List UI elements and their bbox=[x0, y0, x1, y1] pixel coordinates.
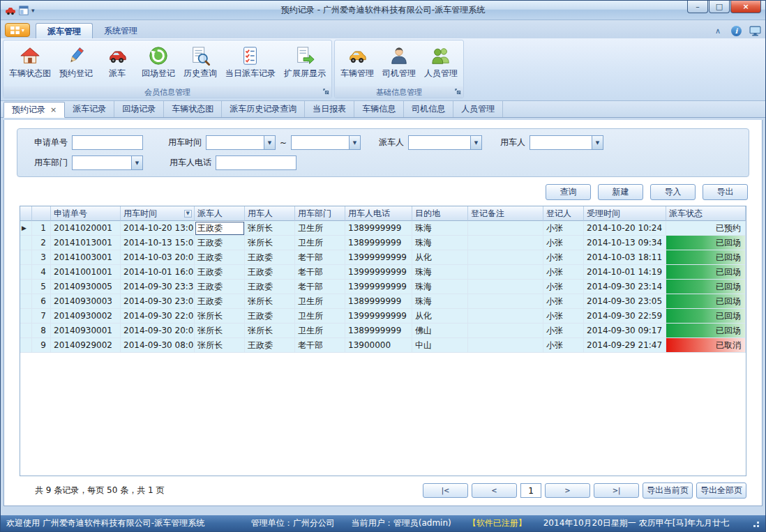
minimize-button[interactable]: – bbox=[687, 1, 708, 13]
resize-grip[interactable] bbox=[751, 519, 760, 528]
cell-accept-time[interactable]: 2014-10-01 14:19 bbox=[584, 265, 666, 280]
history-query-button[interactable]: 历史查询 bbox=[179, 41, 221, 86]
doc-tab[interactable]: 车辆信息 bbox=[354, 101, 404, 117]
reservation-register-button[interactable]: 预约登记 bbox=[55, 41, 97, 86]
cell-dispatch-status[interactable]: 已回场 bbox=[666, 324, 746, 338]
table-row[interactable]: 8 20140930001 2014-09-30 20:00 张所长 张所长 卫… bbox=[20, 324, 746, 338]
cell-phone[interactable]: 13999999999 bbox=[345, 250, 412, 265]
cell-registrar[interactable]: 小张 bbox=[543, 236, 584, 250]
ribbon-tab-dispatch[interactable]: 派车管理 bbox=[36, 23, 93, 38]
dialog-launcher-icon[interactable] bbox=[323, 89, 329, 95]
cell-accept-time[interactable]: 2014-09-29 21:47 bbox=[584, 338, 666, 353]
collapse-ribbon-icon[interactable]: ∧ bbox=[712, 25, 724, 36]
cell-dispatcher[interactable]: 王政委 bbox=[195, 221, 245, 236]
cell-dept[interactable]: 卫生所 bbox=[295, 236, 345, 250]
cell-phone[interactable]: 13999999999 bbox=[345, 309, 412, 324]
cell-user[interactable]: 张所长 bbox=[245, 221, 295, 236]
app-menu-button[interactable]: ▾ bbox=[5, 23, 30, 37]
doc-tab[interactable]: 司机信息 bbox=[404, 101, 453, 117]
table-row[interactable]: 5 20140930005 2014-09-30 23:30 王政委 王政委 老… bbox=[20, 280, 746, 294]
column-filter-dropdown-icon[interactable]: ▼ bbox=[184, 210, 192, 218]
cell-dispatcher[interactable]: 王政委 bbox=[195, 294, 245, 309]
cell-registrar[interactable]: 小张 bbox=[543, 338, 584, 353]
cell-destination[interactable]: 从化 bbox=[412, 309, 468, 324]
vehicle-manage-button[interactable]: 车辆管理 bbox=[336, 41, 378, 86]
cell-registrar[interactable]: 小张 bbox=[543, 221, 584, 236]
prev-page-button[interactable]: < bbox=[472, 483, 517, 498]
use-time-to-input[interactable] bbox=[291, 135, 349, 150]
combo-dropdown-icon[interactable]: ▼ bbox=[349, 135, 361, 150]
cell-use-time[interactable]: 2014-09-30 20:00 bbox=[121, 324, 195, 338]
cell-use-time[interactable]: 2014-10-03 20:00 bbox=[121, 250, 195, 265]
import-button[interactable]: 导入 bbox=[650, 184, 696, 200]
cell-accept-time[interactable]: 2014-09-30 23:14 bbox=[584, 280, 666, 294]
table-row[interactable]: 9 20140929002 2014-09-30 08:00 张所长 王政委 老… bbox=[20, 338, 746, 353]
return-register-button[interactable]: 回场登记 bbox=[137, 41, 179, 86]
display-style-icon[interactable] bbox=[749, 25, 761, 36]
doc-tab[interactable]: 人员管理 bbox=[453, 101, 503, 117]
staff-manage-button[interactable]: 人员管理 bbox=[420, 41, 462, 86]
cell-registrar[interactable]: 小张 bbox=[543, 280, 584, 294]
header-dept[interactable]: 用车部门 bbox=[295, 206, 345, 221]
cell-dispatch-status[interactable]: 已回场 bbox=[666, 236, 746, 250]
header-phone[interactable]: 用车人电话 bbox=[345, 206, 412, 221]
cell-use-time[interactable]: 2014-09-30 22:00 bbox=[121, 309, 195, 324]
cell-registrar[interactable]: 小张 bbox=[543, 294, 584, 309]
cell-apply-no[interactable]: 20140930003 bbox=[51, 294, 121, 309]
cell-remark[interactable] bbox=[468, 250, 543, 265]
table-row[interactable]: ▶ 1 20141020001 2014-10-20 13:00 王政委 张所长… bbox=[20, 221, 746, 236]
cell-remark[interactable] bbox=[468, 294, 543, 309]
license-status-text[interactable]: 【软件已注册】 bbox=[468, 517, 527, 529]
driver-manage-button[interactable]: 司机管理 bbox=[378, 41, 420, 86]
cell-dispatch-status[interactable]: 已预约 bbox=[666, 221, 746, 236]
cell-user[interactable]: 王政委 bbox=[245, 250, 295, 265]
cell-apply-no[interactable]: 20141013001 bbox=[51, 236, 121, 250]
cell-use-time[interactable]: 2014-10-20 13:00 bbox=[121, 221, 195, 236]
cell-dispatcher[interactable]: 王政委 bbox=[195, 265, 245, 280]
cell-destination[interactable]: 从化 bbox=[412, 250, 468, 265]
cell-destination[interactable]: 佛山 bbox=[412, 324, 468, 338]
header-dispatch-status[interactable]: 派车状态 bbox=[666, 206, 746, 221]
cell-registrar[interactable]: 小张 bbox=[543, 250, 584, 265]
combo-dropdown-icon[interactable]: ▼ bbox=[592, 135, 603, 150]
cell-registrar[interactable]: 小张 bbox=[543, 265, 584, 280]
cell-user[interactable]: 张所长 bbox=[245, 236, 295, 250]
header-remark[interactable]: 登记备注 bbox=[468, 206, 543, 221]
dept-input[interactable] bbox=[72, 155, 131, 170]
cell-phone[interactable]: 1389999999 bbox=[345, 236, 412, 250]
daily-dispatch-record-button[interactable]: 当日派车记录 bbox=[221, 41, 280, 86]
cell-dispatcher[interactable]: 张所长 bbox=[195, 338, 245, 353]
cell-accept-time[interactable]: 2014-10-03 18:11 bbox=[584, 250, 666, 265]
cell-remark[interactable] bbox=[468, 236, 543, 250]
cell-dept[interactable]: 卫生所 bbox=[295, 309, 345, 324]
cell-phone[interactable]: 1389999999 bbox=[345, 324, 412, 338]
cell-use-time[interactable]: 2014-09-30 23:00 bbox=[121, 294, 195, 309]
table-row[interactable]: 2 20141013001 2014-10-13 15:00 王政委 张所长 卫… bbox=[20, 236, 746, 250]
cell-dispatcher[interactable]: 王政委 bbox=[195, 236, 245, 250]
cell-dept[interactable]: 卫生所 bbox=[295, 221, 345, 236]
combo-dropdown-icon[interactable]: ▼ bbox=[131, 155, 143, 170]
doc-tab[interactable]: 当日报表 bbox=[305, 101, 354, 117]
cell-user[interactable]: 王政委 bbox=[245, 280, 295, 294]
cell-phone[interactable]: 13900000 bbox=[345, 338, 412, 353]
page-number-input[interactable] bbox=[520, 483, 541, 498]
cell-dispatcher[interactable]: 张所长 bbox=[195, 324, 245, 338]
cell-dept[interactable]: 卫生所 bbox=[295, 324, 345, 338]
combo-dropdown-icon[interactable]: ▼ bbox=[264, 135, 276, 150]
cell-remark[interactable] bbox=[468, 265, 543, 280]
last-page-button[interactable]: >| bbox=[594, 483, 639, 498]
qat-layout-icon[interactable] bbox=[19, 6, 29, 15]
header-use-time[interactable]: 用车时间 ▼ bbox=[121, 206, 195, 221]
cell-apply-no[interactable]: 20140930005 bbox=[51, 280, 121, 294]
cell-accept-time[interactable]: 2014-10-20 10:24 bbox=[584, 221, 666, 236]
phone-input[interactable] bbox=[216, 155, 296, 170]
cell-dept[interactable]: 卫生所 bbox=[295, 294, 345, 309]
cell-user[interactable]: 张所长 bbox=[245, 294, 295, 309]
use-time-from-input[interactable] bbox=[206, 135, 264, 150]
cell-apply-no[interactable]: 20140929002 bbox=[51, 338, 121, 353]
cell-destination[interactable]: 珠海 bbox=[412, 265, 468, 280]
table-row[interactable]: 6 20140930003 2014-09-30 23:00 王政委 张所长 卫… bbox=[20, 294, 746, 309]
cell-apply-no[interactable]: 20141003001 bbox=[51, 250, 121, 265]
combo-dropdown-icon[interactable]: ▼ bbox=[470, 135, 482, 150]
titlebar[interactable]: ▾ 预约记录 - 广州爱奇迪软件科技有限公司-派车管理系统 – □ × bbox=[1, 1, 765, 20]
